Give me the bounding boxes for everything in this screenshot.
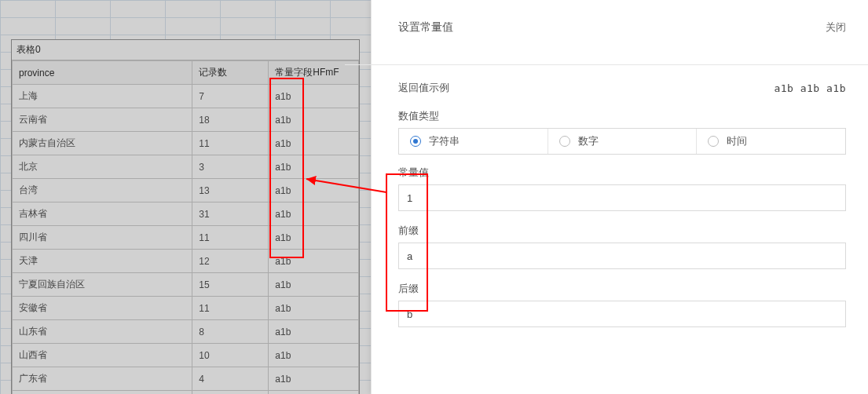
- radio-dot-icon: [559, 136, 570, 147]
- table-row[interactable]: 广东省4a1b: [13, 367, 359, 391]
- table-row[interactable]: 北京3a1b: [13, 155, 359, 179]
- cell-constv: a1b: [269, 226, 359, 250]
- cell-constv: a1b: [269, 85, 359, 108]
- cell-constv: a1b: [269, 367, 359, 391]
- cell-province: 上海: [13, 85, 192, 108]
- suffix-label: 后缀: [398, 282, 846, 296]
- example-row: 返回值示例 a1b a1b a1b: [398, 81, 846, 95]
- radio-dot-icon: [410, 136, 421, 147]
- prefix-input[interactable]: [398, 243, 846, 269]
- cell-count: 12: [192, 250, 269, 273]
- cell-count: 10: [192, 344, 269, 367]
- table-row[interactable]: 云南省18a1b: [13, 108, 359, 132]
- cell-constv: a1b: [269, 344, 359, 367]
- cell-constv: a1b: [269, 297, 359, 320]
- table-row[interactable]: 山东省8a1b: [13, 320, 359, 344]
- settings-panel: 设置常量值 关闭 返回值示例 a1b a1b a1b 数值类型 字符串 数字 时…: [371, 0, 868, 394]
- cell-province: 台湾: [13, 179, 192, 202]
- close-button[interactable]: 关闭: [826, 20, 846, 35]
- cell-constv: a1b: [269, 391, 359, 395]
- cell-province: 云南省: [13, 108, 192, 132]
- data-table: province 记录数 常量字段HFmF 上海7a1b云南省18a1b内蒙古自…: [12, 60, 359, 394]
- cell-count: 4: [192, 367, 269, 391]
- suffix-input[interactable]: [398, 301, 846, 327]
- cell-count: 13: [192, 179, 269, 202]
- cell-constv: a1b: [269, 132, 359, 155]
- table-row[interactable]: 广西壮族自治区4a1b: [13, 391, 359, 395]
- cell-province: 安徽省: [13, 297, 192, 320]
- cell-province: 广西壮族自治区: [13, 391, 192, 395]
- type-label: 数值类型: [398, 109, 846, 123]
- cell-count: 11: [192, 297, 269, 320]
- table-row[interactable]: 上海7a1b: [13, 85, 359, 108]
- radio-time-label: 时间: [727, 134, 747, 148]
- cell-province: 吉林省: [13, 202, 192, 226]
- cell-province: 山西省: [13, 344, 192, 367]
- cell-count: 8: [192, 320, 269, 344]
- cell-constv: a1b: [269, 320, 359, 344]
- table-component: 表格0 province 记录数 常量字段HFmF 上海7a1b云南省18a1b…: [11, 39, 360, 394]
- radio-string-label: 字符串: [429, 134, 460, 148]
- table-row[interactable]: 安徽省11a1b: [13, 297, 359, 320]
- cell-constv: a1b: [269, 250, 359, 273]
- cell-constv: a1b: [269, 202, 359, 226]
- radio-number-label: 数字: [578, 134, 599, 148]
- const-input[interactable]: [398, 184, 846, 211]
- cell-province: 山东省: [13, 320, 192, 344]
- cell-province: 天津: [13, 250, 192, 273]
- cell-province: 四川省: [13, 226, 192, 250]
- example-value: a1b a1b a1b: [774, 82, 846, 94]
- table-row[interactable]: 天津12a1b: [13, 250, 359, 273]
- table-row[interactable]: 四川省11a1b: [13, 226, 359, 250]
- table-row[interactable]: 宁夏回族自治区15a1b: [13, 273, 359, 297]
- cell-count: 3: [192, 155, 269, 179]
- const-label: 常量值: [398, 166, 846, 180]
- cell-count: 4: [192, 391, 269, 395]
- radio-number[interactable]: 数字: [548, 129, 698, 154]
- cell-constv: a1b: [269, 273, 359, 297]
- cell-constv: a1b: [269, 179, 359, 202]
- cell-constv: a1b: [269, 108, 359, 132]
- cell-count: 31: [192, 202, 269, 226]
- cell-count: 18: [192, 108, 269, 132]
- cell-count: 15: [192, 273, 269, 297]
- prefix-label: 前缀: [398, 224, 846, 238]
- table-row[interactable]: 台湾13a1b: [13, 179, 359, 202]
- cell-province: 北京: [13, 155, 192, 179]
- cell-province: 内蒙古自治区: [13, 132, 192, 155]
- cell-count: 11: [192, 226, 269, 250]
- table-header-row: province 记录数 常量字段HFmF: [13, 61, 359, 85]
- type-radio-group: 字符串 数字 时间: [398, 128, 846, 155]
- cell-constv: a1b: [269, 155, 359, 179]
- panel-title: 设置常量值: [398, 20, 453, 35]
- radio-string[interactable]: 字符串: [399, 129, 548, 154]
- table-title: 表格0: [12, 40, 359, 60]
- table-row[interactable]: 吉林省31a1b: [13, 202, 359, 226]
- table-row[interactable]: 内蒙古自治区11a1b: [13, 132, 359, 155]
- table-row[interactable]: 山西省10a1b: [13, 344, 359, 367]
- example-label: 返回值示例: [398, 81, 449, 95]
- cell-province: 广东省: [13, 367, 192, 391]
- col-province[interactable]: province: [13, 61, 192, 85]
- cell-count: 11: [192, 132, 269, 155]
- radio-time[interactable]: 时间: [697, 129, 845, 154]
- panel-header: 设置常量值 关闭: [398, 20, 846, 35]
- cell-count: 7: [192, 85, 269, 108]
- cell-province: 宁夏回族自治区: [13, 273, 192, 297]
- radio-dot-icon: [708, 136, 719, 147]
- col-count[interactable]: 记录数: [192, 61, 269, 85]
